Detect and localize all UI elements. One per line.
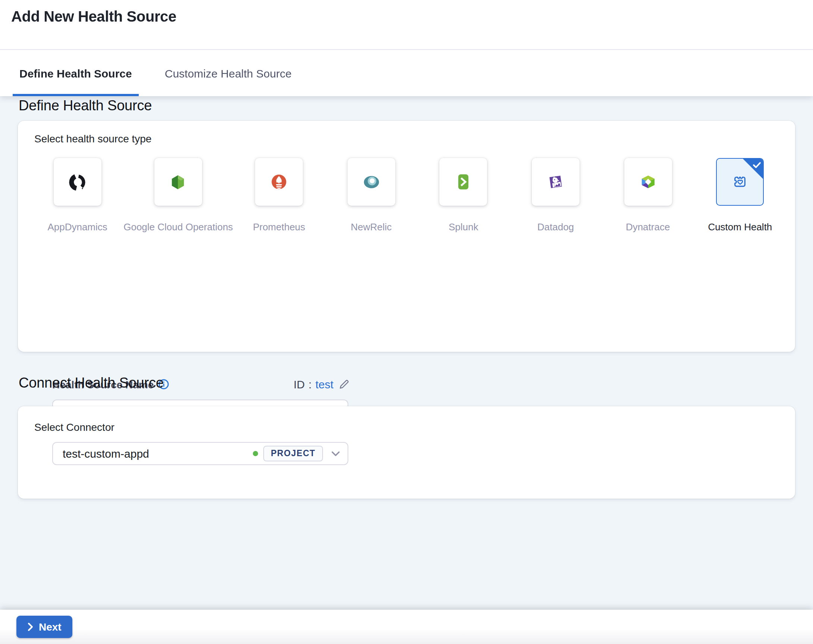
source-label: Prometheus bbox=[253, 221, 305, 233]
google-cloud-operations-icon bbox=[168, 172, 188, 192]
source-option-custom-health[interactable]: Custom Health bbox=[694, 158, 786, 233]
prometheus-icon bbox=[268, 171, 289, 192]
source-type-label: Select health source type bbox=[34, 133, 152, 145]
id-label: ID bbox=[293, 378, 305, 390]
source-tile bbox=[532, 158, 580, 206]
define-health-source-card: Select health source type AppDynamics bbox=[18, 121, 795, 352]
connect-section-heading: Connect Health Source bbox=[18, 375, 164, 391]
source-option-newrelic[interactable]: NewRelic bbox=[325, 158, 417, 233]
id-group: ID : test bbox=[293, 378, 350, 390]
chevron-right-icon bbox=[28, 623, 34, 631]
source-label: AppDynamics bbox=[48, 221, 107, 233]
newrelic-icon bbox=[360, 171, 382, 192]
id-value: test bbox=[316, 378, 333, 390]
health-source-type-row: AppDynamics Google Cloud Operations bbox=[31, 158, 786, 233]
source-tile bbox=[440, 158, 488, 206]
source-option-datadog[interactable]: Datadog bbox=[509, 158, 601, 233]
tab-define-health-source[interactable]: Define Health Source bbox=[13, 50, 139, 96]
source-option-google-cloud-operations[interactable]: Google Cloud Operations bbox=[123, 158, 233, 233]
appdynamics-icon bbox=[67, 172, 87, 192]
source-label: NewRelic bbox=[351, 221, 392, 233]
check-icon bbox=[753, 161, 762, 169]
tab-bar: Define Health Source Customize Health So… bbox=[13, 50, 298, 96]
source-tile bbox=[624, 158, 672, 206]
source-tile bbox=[54, 158, 101, 206]
id-separator: : bbox=[308, 378, 311, 390]
dynatrace-icon bbox=[637, 171, 658, 192]
active-tab-underline bbox=[13, 94, 139, 96]
source-tile bbox=[154, 158, 202, 206]
page-title: Add New Health Source bbox=[11, 8, 176, 25]
source-label: Google Cloud Operations bbox=[123, 221, 233, 233]
source-option-splunk[interactable]: Splunk bbox=[417, 158, 509, 233]
tab-label: Customize Health Source bbox=[165, 67, 291, 80]
datadog-icon bbox=[545, 171, 566, 192]
connector-status-dot bbox=[253, 451, 258, 456]
connect-health-source-card: Select Connector test-custom-appd PROJEC… bbox=[18, 406, 795, 499]
connector-select[interactable]: test-custom-appd PROJECT bbox=[52, 442, 348, 465]
tab-label: Define Health Source bbox=[19, 67, 132, 80]
add-health-source-page: Add New Health Source Define Health Sour… bbox=[0, 0, 813, 644]
source-label: Custom Health bbox=[708, 221, 772, 233]
connector-value: test-custom-appd bbox=[63, 447, 253, 460]
source-option-appdynamics[interactable]: AppDynamics bbox=[31, 158, 123, 233]
splunk-icon bbox=[453, 171, 474, 192]
source-tile bbox=[347, 158, 395, 206]
chevron-down-icon[interactable] bbox=[331, 451, 340, 457]
tab-customize-health-source[interactable]: Customize Health Source bbox=[158, 50, 298, 96]
source-option-dynatrace[interactable]: Dynatrace bbox=[602, 158, 694, 233]
define-section-heading: Define Health Source bbox=[18, 98, 152, 114]
select-connector-label: Select Connector bbox=[34, 421, 115, 433]
source-label: Splunk bbox=[449, 221, 479, 233]
page-header: Add New Health Source Define Health Sour… bbox=[0, 0, 813, 96]
next-button[interactable]: Next bbox=[17, 616, 73, 638]
source-tile bbox=[255, 158, 303, 206]
source-label: Dynatrace bbox=[626, 221, 670, 233]
edit-pencil-icon[interactable] bbox=[339, 379, 350, 390]
source-label: Datadog bbox=[537, 221, 574, 233]
next-button-label: Next bbox=[39, 621, 61, 633]
source-tile-selected bbox=[716, 158, 764, 206]
connector-scope-badge: PROJECT bbox=[263, 446, 323, 461]
source-option-prometheus[interactable]: Prometheus bbox=[233, 158, 325, 233]
footer-bar: Next bbox=[0, 610, 813, 644]
